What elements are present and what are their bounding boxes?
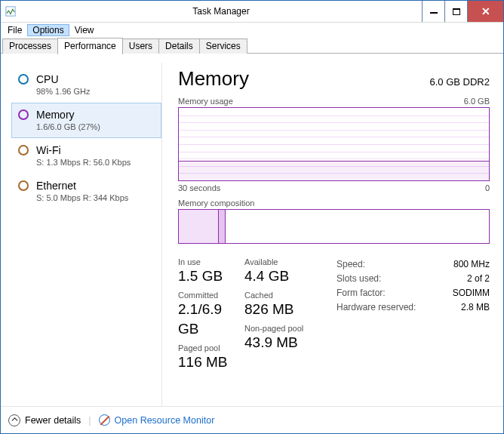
sidebar-label-cpu: CPU xyxy=(36,72,91,86)
sidebar-label-wifi: Wi-Fi xyxy=(36,143,131,157)
tab-services[interactable]: Services xyxy=(199,38,247,54)
menu-file[interactable]: File xyxy=(2,24,27,36)
titlebar[interactable]: Task Manager ✕ xyxy=(1,1,503,23)
app-icon xyxy=(1,1,20,22)
sidebar-sub-wifi: S: 1.3 Mbps R: 56.0 Kbps xyxy=(36,158,131,167)
sidebar-item-cpu[interactable]: CPU 98% 1.96 GHz xyxy=(11,67,161,103)
comp-standby-free xyxy=(226,210,489,243)
paged-label: Paged pool xyxy=(178,343,244,352)
memory-composition-bar[interactable] xyxy=(178,209,490,244)
maximize-button[interactable] xyxy=(444,1,467,22)
menu-view[interactable]: View xyxy=(69,24,100,36)
memory-usage-graph[interactable] xyxy=(178,107,490,181)
form-key: Form factor: xyxy=(337,286,386,300)
tabbar: Processes Performance Users Details Serv… xyxy=(1,38,503,54)
content: CPU 98% 1.96 GHz Memory 1.6/6.0 GB (27%)… xyxy=(1,54,503,406)
wifi-icon xyxy=(18,145,29,155)
window-controls: ✕ xyxy=(422,1,503,22)
window-title: Task Manager xyxy=(20,1,422,22)
memory-icon xyxy=(18,109,29,120)
sidebar: CPU 98% 1.96 GHz Memory 1.6/6.0 GB (27%)… xyxy=(1,63,162,406)
sidebar-item-memory[interactable]: Memory 1.6/6.0 GB (27%) xyxy=(11,103,161,138)
minimize-button[interactable] xyxy=(422,1,444,22)
axis-left: 30 seconds xyxy=(178,183,220,192)
chevron-up-icon xyxy=(8,414,20,426)
panel-title: Memory xyxy=(178,67,249,91)
inuse-label: In use xyxy=(178,257,244,266)
usage-graph-axis: 30 seconds 0 xyxy=(178,183,490,192)
menubar: File Options View xyxy=(1,23,503,38)
memory-panel: Memory 6.0 GB DDR2 Memory usage 6.0 GB xyxy=(163,63,503,406)
axis-right: 0 xyxy=(485,183,490,192)
menu-options[interactable]: Options xyxy=(27,24,69,36)
usage-max: 6.0 GB xyxy=(464,97,490,106)
ethernet-icon xyxy=(18,180,29,191)
sidebar-sub-ethernet: S: 5.0 Mbps R: 344 Kbps xyxy=(36,193,128,202)
committed-value: 2.1/6.9 GB xyxy=(178,300,244,339)
usage-graph-labels: Memory usage 6.0 GB xyxy=(178,97,490,106)
cached-value: 826 MB xyxy=(244,300,337,319)
cached-label: Cached xyxy=(244,291,337,300)
stats-col-1: In use 1.5 GB Committed 2.1/6.9 GB Paged… xyxy=(178,257,244,377)
tab-processes[interactable]: Processes xyxy=(2,38,58,54)
sidebar-label-ethernet: Ethernet xyxy=(36,179,128,192)
open-resource-monitor-link[interactable]: Open Resource Monitor xyxy=(99,414,215,426)
slots-key: Slots used: xyxy=(337,272,381,286)
sidebar-item-ethernet[interactable]: Ethernet S: 5.0 Mbps R: 344 Kbps xyxy=(11,174,161,209)
tab-details[interactable]: Details xyxy=(158,38,200,54)
tab-performance[interactable]: Performance xyxy=(57,38,123,54)
paged-value: 116 MB xyxy=(178,352,244,372)
panel-spec: 6.0 GB DDR2 xyxy=(430,76,490,88)
resource-monitor-icon xyxy=(99,414,110,426)
form-value: SODIMM xyxy=(453,286,490,300)
fewer-details-button[interactable]: Fewer details xyxy=(8,414,81,426)
nonpaged-value: 43.9 MB xyxy=(244,333,337,352)
sidebar-item-wifi[interactable]: Wi-Fi S: 1.3 Mbps R: 56.0 Kbps xyxy=(11,138,161,174)
stats-col-kv: Speed:800 MHz Slots used:2 of 2 Form fac… xyxy=(337,257,490,377)
stats-col-2: Available 4.4 GB Cached 826 MB Non-paged… xyxy=(244,257,337,377)
sidebar-label-memory: Memory xyxy=(36,108,100,122)
footer-separator: | xyxy=(88,415,91,426)
close-button[interactable]: ✕ xyxy=(467,1,503,22)
stats: In use 1.5 GB Committed 2.1/6.9 GB Paged… xyxy=(178,257,490,377)
panel-header: Memory 6.0 GB DDR2 xyxy=(178,67,490,91)
cpu-icon xyxy=(18,74,29,85)
avail-value: 4.4 GB xyxy=(244,266,337,286)
open-resource-monitor-label: Open Resource Monitor xyxy=(115,415,215,426)
inuse-value: 1.5 GB xyxy=(178,266,244,286)
comp-modified xyxy=(219,210,225,243)
comp-in-use xyxy=(179,210,219,243)
task-manager-window: Task Manager ✕ File Options View Process… xyxy=(0,0,504,434)
footer: Fewer details | Open Resource Monitor xyxy=(1,406,503,433)
hwres-key: Hardware reserved: xyxy=(337,300,416,315)
composition-label: Memory composition xyxy=(178,199,490,208)
slots-value: 2 of 2 xyxy=(467,272,490,286)
committed-label: Committed xyxy=(178,291,244,300)
fewer-details-label: Fewer details xyxy=(25,415,81,426)
tab-users[interactable]: Users xyxy=(122,38,159,54)
speed-key: Speed: xyxy=(337,257,365,272)
sidebar-sub-memory: 1.6/6.0 GB (27%) xyxy=(36,122,100,131)
speed-value: 800 MHz xyxy=(453,257,490,272)
avail-label: Available xyxy=(244,257,337,266)
sidebar-sub-cpu: 98% 1.96 GHz xyxy=(36,87,91,96)
nonpaged-label: Non-paged pool xyxy=(244,324,337,333)
usage-label: Memory usage xyxy=(178,97,233,106)
hwres-value: 2.8 MB xyxy=(461,300,490,315)
